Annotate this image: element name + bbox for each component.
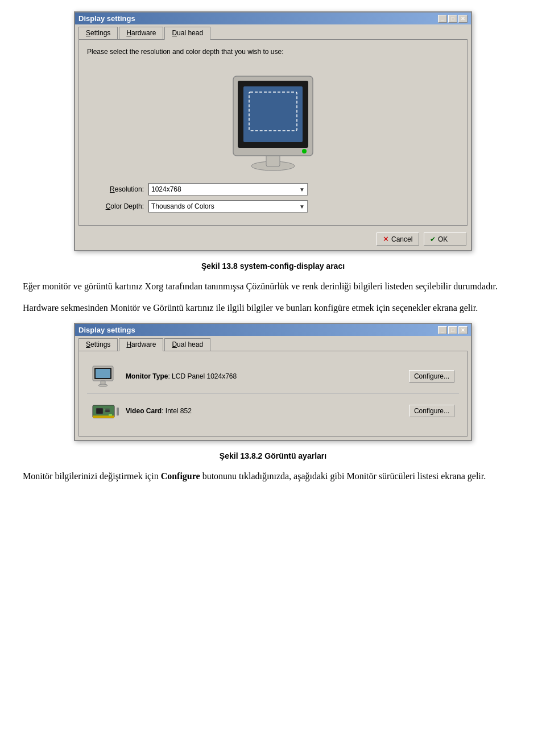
monitor-type-label: Monitor Type (126, 372, 168, 380)
minimize-button-1[interactable]: _ (438, 15, 447, 23)
videocard-configure-button[interactable]: Configure... (409, 405, 454, 417)
monitor-illustration (87, 65, 459, 173)
monitor-configure-button[interactable]: Configure... (409, 370, 454, 383)
tab-hardware-1[interactable]: Hardware (119, 27, 163, 39)
videocard-icon (92, 400, 119, 422)
videocard-label: Video Card (126, 407, 162, 415)
videocard-info: Video Card: Intel 852 (126, 407, 402, 415)
tab-dualhead-1[interactable]: Dual head (164, 27, 210, 40)
svg-rect-9 (96, 369, 110, 378)
monitor-svg (216, 65, 330, 173)
svg-point-11 (98, 384, 107, 387)
close-button-1[interactable]: ✕ (458, 15, 468, 23)
svg-rect-4 (243, 86, 303, 142)
titlebar-buttons-1: _ □ ✕ (438, 15, 468, 23)
paragraph-2: Hardware sekmesinden Monitör ve Görüntü … (23, 301, 523, 315)
caption-2: Şekil 13.8.2 Görüntü ayarları (23, 451, 523, 460)
titlebar-1: Display settings _ □ ✕ (75, 13, 471, 24)
svg-rect-13 (96, 408, 103, 414)
svg-rect-17 (117, 408, 119, 416)
colordepth-row: Color Depth: Thousands of Colors ▼ (87, 200, 459, 213)
monitor-icon (92, 365, 119, 388)
tab-settings-2[interactable]: Settings (78, 338, 118, 351)
videocard-value: Intel 852 (166, 407, 192, 415)
svg-rect-10 (101, 381, 105, 384)
resolution-arrow-icon: ▼ (299, 186, 305, 193)
para3-before: Monitör bilgilerinizi değiştirmek için (23, 471, 161, 481)
dialog-display-settings-1: Display settings _ □ ✕ Settings Hardware… (74, 11, 472, 251)
videocard-row: Video Card: Intel 852 Configure... (87, 394, 459, 428)
maximize-button-1[interactable]: □ (448, 15, 457, 23)
paragraph-1: Eğer monitör ve görüntü kartınız Xorg ta… (23, 280, 523, 293)
dialog-content-2: Monitor Type: LCD Panel 1024x768 Configu… (78, 351, 468, 437)
cancel-button-1[interactable]: ✕ Cancel (377, 232, 419, 246)
svg-rect-18 (109, 414, 112, 416)
cancel-icon: ✕ (383, 235, 389, 243)
minimize-button-2[interactable]: _ (438, 326, 447, 334)
monitor-info: Monitor Type: LCD Panel 1024x768 (126, 372, 402, 380)
resolution-label: Resolution: (87, 185, 144, 193)
svg-rect-15 (105, 409, 110, 412)
tab-dualhead-2[interactable]: Dual head (164, 338, 210, 351)
svg-point-6 (302, 149, 307, 153)
titlebar-2: Display settings _ □ ✕ (75, 324, 471, 336)
resolution-row: Resolution: 1024x768 ▼ (87, 183, 459, 196)
ok-button-1[interactable]: ✔ OK (424, 232, 466, 246)
titlebar-title-1: Display settings (78, 14, 135, 23)
close-button-2[interactable]: ✕ (458, 326, 468, 334)
dialog-display-settings-2: Display settings _ □ ✕ Settings Hardware… (74, 323, 472, 441)
videocard-colon: : (162, 407, 166, 415)
tab-hardware-2[interactable]: Hardware (119, 338, 163, 351)
ok-icon: ✔ (430, 235, 436, 243)
caption-1: Şekil 13.8 system-config-display aracı (23, 261, 523, 271)
colordepth-select[interactable]: Thousands of Colors ▼ (148, 200, 308, 213)
dialog-content-1: Please select the resolution and color d… (78, 39, 468, 226)
paragraph-3: Monitör bilgilerinizi değiştirmek için C… (23, 470, 523, 483)
titlebar-title-2: Display settings (78, 326, 135, 334)
colordepth-label: Color Depth: (87, 202, 144, 210)
maximize-button-2[interactable]: □ (448, 326, 457, 334)
tabs-1: Settings Hardware Dual head (75, 24, 471, 39)
dialog-buttons-1: ✕ Cancel ✔ OK (75, 229, 471, 250)
tabs-2: Settings Hardware Dual head (75, 336, 471, 351)
configure-word: Configure (161, 471, 200, 481)
tab-settings-1[interactable]: Settings (78, 27, 118, 39)
titlebar-buttons-2: _ □ ✕ (438, 326, 468, 334)
colordepth-arrow-icon: ▼ (299, 203, 305, 210)
resolution-select[interactable]: 1024x768 ▼ (148, 183, 308, 196)
monitor-type-value: LCD Panel 1024x768 (172, 372, 237, 380)
para3-after: butonunu tıkladığınızda, aşağıdaki gibi … (200, 471, 486, 481)
monitor-row: Monitor Type: LCD Panel 1024x768 Configu… (87, 359, 459, 394)
instruction-label: Please select the resolution and color d… (87, 48, 459, 56)
